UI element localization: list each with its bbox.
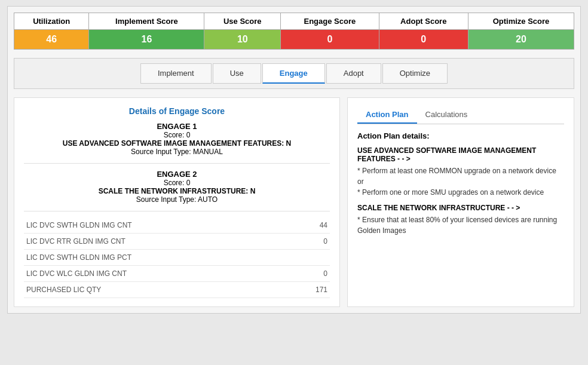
divider-1	[24, 163, 330, 164]
data-row-value: 0	[323, 269, 327, 278]
data-row: PURCHASED LIC QTY171	[24, 282, 330, 298]
action-feature-title: SCALE THE NETWORK INFRASTRUCTURE - - >	[357, 204, 564, 212]
data-row: LIC DVC RTR GLDN IMG CNT0	[24, 234, 330, 250]
data-row-value: 44	[320, 221, 327, 229]
data-row-label: LIC DVC SWTH GLDN IMG CNT	[26, 221, 132, 229]
score-header: Use Score	[204, 13, 281, 30]
left-panel-title: Details of Engage Score	[24, 106, 330, 116]
score-value: 46	[14, 30, 89, 50]
divider-2	[24, 211, 330, 211]
engage1-source: Source Input Type: MANUAL	[24, 148, 330, 156]
score-value: 16	[89, 30, 204, 50]
data-row-label: LIC DVC SWTH GLDN IMG PCT	[26, 253, 131, 262]
data-row: LIC DVC WLC GLDN IMG CNT0	[24, 266, 330, 282]
action-sections: USE ADVANCED SOFTWARE IMAGE MANAGEMENT F…	[357, 146, 564, 236]
data-rows-container: LIC DVC SWTH GLDN IMG CNT44LIC DVC RTR G…	[24, 217, 330, 298]
tabs-container: ImplementUseEngageAdoptOptimize	[14, 58, 574, 89]
engage1-section: ENGAGE 1 Score: 0 USE ADVANCED SOFTWARE …	[24, 122, 330, 156]
score-header: Implement Score	[89, 13, 204, 30]
engage1-feature: USE ADVANCED SOFTWARE IMAGE MANAGEMENT F…	[24, 139, 330, 148]
action-plan-title: Action Plan details:	[357, 131, 564, 140]
action-text: * Perform at least one ROMMON upgrade on…	[357, 165, 564, 198]
score-value: 20	[468, 30, 574, 50]
right-tab-action-plan[interactable]: Action Plan	[357, 106, 417, 124]
main-container: UtilizationImplement ScoreUse ScoreEngag…	[7, 6, 581, 314]
right-tabs: Action PlanCalculations	[357, 106, 564, 124]
content-row: Details of Engage Score ENGAGE 1 Score: …	[14, 97, 574, 307]
action-text: * Ensure that at least 80% of your licen…	[357, 214, 564, 236]
score-header: Engage Score	[281, 13, 379, 30]
data-row-label: PURCHASED LIC QTY	[26, 286, 101, 294]
engage1-score: Score: 0	[24, 131, 330, 139]
engage2-score: Score: 0	[24, 179, 330, 187]
data-row: LIC DVC SWTH GLDN IMG PCT	[24, 250, 330, 266]
tab-optimize[interactable]: Optimize	[382, 63, 448, 84]
engage2-feature: SCALE THE NETWORK INFRASTRUSTURE: N	[24, 187, 330, 195]
engage2-section: ENGAGE 2 Score: 0 SCALE THE NETWORK INFR…	[24, 170, 330, 204]
score-table: UtilizationImplement ScoreUse ScoreEngag…	[14, 13, 574, 50]
data-row: LIC DVC SWTH GLDN IMG CNT44	[24, 217, 330, 234]
data-row-value: 171	[316, 286, 327, 294]
tab-engage[interactable]: Engage	[262, 63, 325, 84]
score-value: 0	[281, 30, 379, 50]
tab-adopt[interactable]: Adopt	[326, 63, 381, 84]
left-panel: Details of Engage Score ENGAGE 1 Score: …	[14, 97, 340, 307]
action-feature-title: USE ADVANCED SOFTWARE IMAGE MANAGEMENT F…	[357, 146, 564, 163]
data-row-label: LIC DVC WLC GLDN IMG CNT	[26, 269, 127, 278]
score-value: 10	[204, 30, 281, 50]
engage2-source: Source Input Type: AUTO	[24, 195, 330, 204]
score-header: Optimize Score	[468, 13, 574, 30]
data-row-label: LIC DVC RTR GLDN IMG CNT	[26, 237, 125, 246]
score-header: Utilization	[14, 13, 89, 30]
engage1-label: ENGAGE 1	[24, 122, 330, 131]
tab-implement[interactable]: Implement	[140, 63, 212, 84]
score-value: 0	[379, 30, 468, 50]
right-tab-calculations[interactable]: Calculations	[417, 106, 476, 124]
engage2-label: ENGAGE 2	[24, 170, 330, 179]
data-row-value: 0	[323, 237, 327, 246]
score-header: Adopt Score	[379, 13, 468, 30]
tab-use[interactable]: Use	[213, 63, 261, 84]
right-panel: Action PlanCalculations Action Plan deta…	[347, 97, 574, 307]
